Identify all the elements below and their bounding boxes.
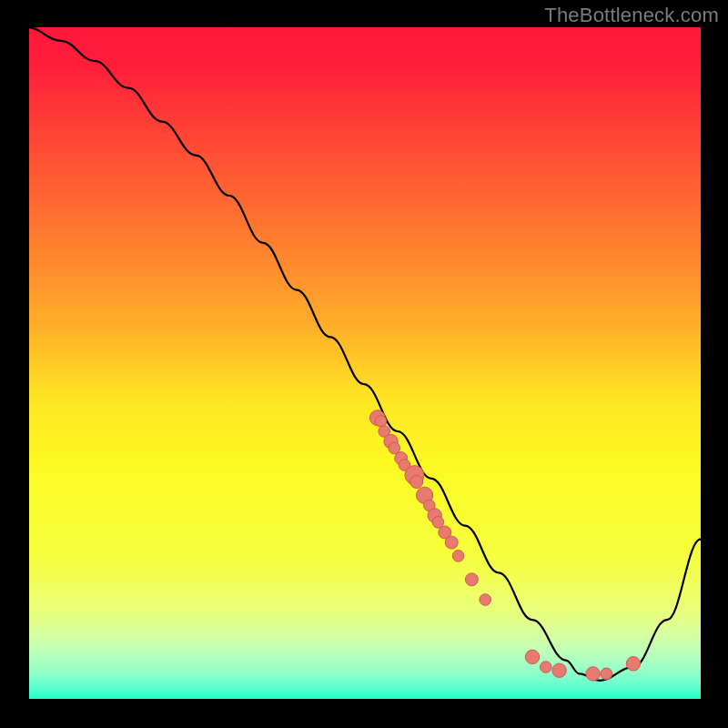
marker-point (586, 667, 600, 681)
marker-point (552, 663, 566, 677)
chart-container: TheBottleneck.com (0, 0, 728, 728)
marker-point (626, 657, 640, 671)
marker-point (541, 662, 552, 673)
marker-point (465, 573, 478, 586)
marker-point (601, 668, 612, 680)
curve-svg (27, 27, 701, 701)
marker-point (445, 536, 458, 549)
marker-point (410, 476, 423, 489)
marker-point (525, 650, 539, 663)
marker-point (480, 594, 491, 606)
marker-point (452, 551, 464, 562)
watermark-text: TheBottleneck.com (544, 4, 719, 27)
curve-path (27, 27, 701, 681)
markers-group (369, 410, 640, 681)
